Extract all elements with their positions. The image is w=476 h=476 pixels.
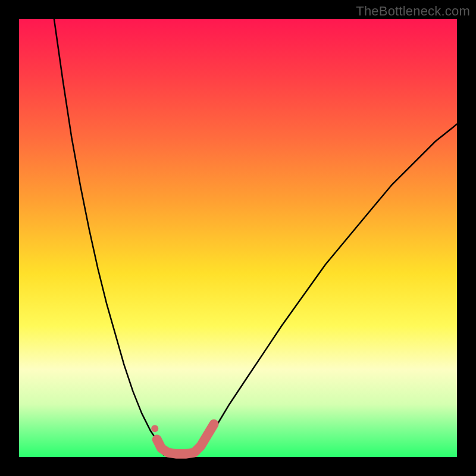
watermark-text: TheBottleneck.com: [356, 4, 470, 19]
bottleneck-curve: [54, 19, 457, 455]
chart-plot-area: [19, 19, 457, 457]
chart-svg: [19, 19, 457, 457]
highlight-layer: [151, 424, 214, 454]
optimal-region-highlight: [157, 424, 214, 454]
highlight-dot: [151, 425, 158, 432]
curve-layer: [54, 19, 457, 455]
